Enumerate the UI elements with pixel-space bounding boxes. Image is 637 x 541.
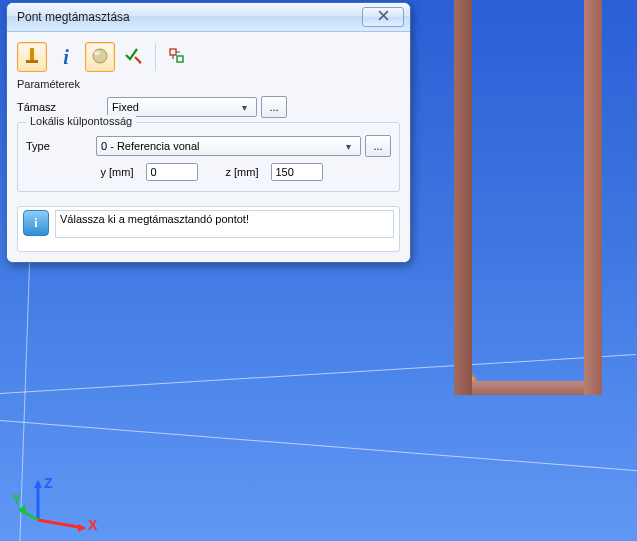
column-flange-front <box>454 0 472 395</box>
support-value: Fixed <box>112 101 139 113</box>
svg-point-8 <box>93 49 107 63</box>
support-label: Támasz <box>17 101 107 113</box>
parameters-label: Paraméterek <box>17 78 400 90</box>
y-input[interactable]: 0 <box>146 163 198 181</box>
tool-column-support-button[interactable] <box>17 42 47 72</box>
sphere-icon <box>91 47 109 68</box>
svg-rect-10 <box>170 49 176 55</box>
tool-sphere-button[interactable] <box>85 42 115 72</box>
ellipsis-label: ... <box>269 101 278 113</box>
svg-rect-6 <box>30 48 34 60</box>
svg-rect-11 <box>177 56 183 62</box>
support-dropdown[interactable]: Fixed ▾ <box>107 97 257 117</box>
axis-z-label: Z <box>44 475 53 491</box>
eccentricity-group: Lokális külpontosság Type 0 - Referencia… <box>17 122 400 192</box>
column-web-bottom <box>472 381 584 395</box>
info-box-icon: i <box>23 210 49 236</box>
axis-gizmo: Z X Y <box>30 480 90 530</box>
type-more-button[interactable]: ... <box>365 135 391 157</box>
svg-rect-7 <box>26 60 38 63</box>
column-support-icon <box>23 47 41 68</box>
info-box: i Válassza ki a megtámasztandó pontot! <box>17 206 400 252</box>
ellipsis-label: ... <box>373 140 382 152</box>
viewport-3d[interactable]: Z X Y Pont megtámasztása <box>0 0 637 541</box>
support-more-button[interactable]: ... <box>261 96 287 118</box>
grid-line-2 <box>0 420 637 476</box>
type-label: Type <box>26 140 96 152</box>
z-input[interactable]: 150 <box>271 163 323 181</box>
point-support-dialog: Pont megtámasztása i <box>6 2 411 263</box>
yz-row: y [mm] 0 z [mm] 150 <box>26 163 391 181</box>
column-flange-back <box>584 0 602 395</box>
info-text: Válassza ki a megtámasztandó pontot! <box>55 210 394 238</box>
steel-column[interactable] <box>454 0 602 395</box>
svg-line-2 <box>38 520 84 528</box>
svg-point-9 <box>94 51 100 55</box>
svg-marker-1 <box>34 480 42 488</box>
chevron-down-icon: ▾ <box>340 141 356 152</box>
close-button[interactable] <box>362 7 404 27</box>
dialog-title: Pont megtámasztása <box>13 10 362 24</box>
type-dropdown[interactable]: 0 - Referencia vonal ▾ <box>96 136 361 156</box>
dialog-toolbar: i <box>17 40 400 76</box>
check-edit-icon <box>124 46 144 69</box>
type-row: Type 0 - Referencia vonal ▾ ... <box>26 135 391 157</box>
tool-check-edit-button[interactable] <box>119 42 149 72</box>
tool-info-button[interactable]: i <box>51 42 81 72</box>
svg-line-4 <box>20 510 38 520</box>
y-label: y [mm] <box>101 166 134 178</box>
dialog-titlebar[interactable]: Pont megtámasztása <box>7 3 410 32</box>
z-value: 150 <box>276 166 294 178</box>
dialog-body: i Paramét <box>7 32 410 262</box>
eccentricity-legend: Lokális külpontosság <box>26 115 136 127</box>
close-icon <box>378 10 389 24</box>
chevron-down-icon: ▾ <box>236 102 252 113</box>
settings-icon <box>167 46 187 69</box>
tool-settings-button[interactable] <box>162 42 192 72</box>
axis-y-label: Y <box>12 491 22 507</box>
type-value: 0 - Referencia vonal <box>101 140 199 152</box>
svg-marker-3 <box>78 524 86 532</box>
info-icon: i <box>63 47 69 67</box>
y-value: 0 <box>151 166 157 178</box>
toolbar-separator <box>155 43 156 71</box>
z-label: z [mm] <box>226 166 259 178</box>
axis-x-label: X <box>88 517 98 533</box>
